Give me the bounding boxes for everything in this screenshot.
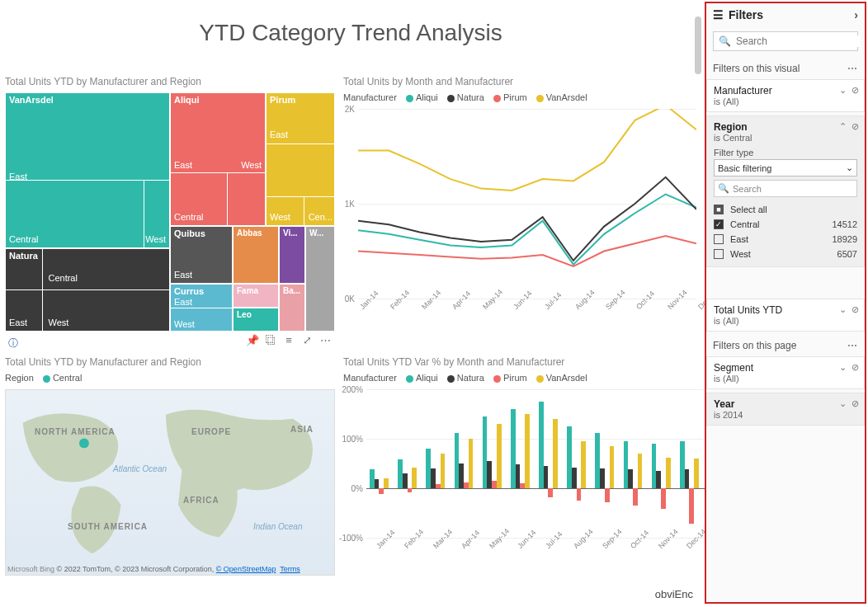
filter-card-region[interactable]: Region is Central ⌃⊘ Filter type Basic f… [706, 115, 865, 267]
copy-icon[interactable]: ⿻ [264, 333, 277, 346]
filters-header: ☰ Filters › [706, 3, 865, 26]
filter-card-manufacturer[interactable]: Manufacturer is (All) ⌄⊘ [706, 79, 865, 112]
focus-icon[interactable]: ⤢ [300, 333, 314, 346]
filter-card-segment[interactable]: Segment is (All) ⌄⊘ [706, 356, 865, 389]
line-chart-visual[interactable]: Total Units by Month and Manufacturer Ma… [343, 76, 700, 332]
tm-currus[interactable]: Currus East West [170, 284, 233, 332]
map-attribution: Microsoft Bing © 2022 TomTom, © 2023 Mic… [7, 565, 300, 573]
clear-filter-icon[interactable]: ⊘ [851, 85, 859, 96]
tm-leo[interactable]: Leo [233, 308, 279, 332]
section-more-icon[interactable]: ⋯ [847, 340, 858, 351]
treemap-plot[interactable]: VanArsdel East Central West Natura Centr… [5, 92, 335, 332]
filter-icon[interactable]: ≡ [282, 333, 295, 346]
bar-x-axis: Jan-14Feb-14Mar-14Apr-14May-14Jun-14Jul-… [366, 538, 705, 562]
more-icon[interactable]: ⋯ [318, 333, 332, 346]
clear-filter-icon[interactable]: ⊘ [851, 121, 859, 132]
collapse-pane-icon[interactable]: › [854, 8, 858, 21]
report-canvas: YTD Category Trend Analysis Total Units … [0, 0, 701, 607]
checkbox-icon[interactable]: ✓ [714, 219, 724, 229]
tm-vanarsdel[interactable]: VanArsdel East Central West [5, 92, 170, 248]
option-west[interactable]: West 6507 [714, 247, 857, 261]
map-visual[interactable]: Total Units YTD by Manufacturer and Regi… [5, 356, 335, 604]
filter-card-year[interactable]: Year is 2014 ⌄⊘ [706, 393, 865, 426]
checkbox-icon[interactable] [714, 234, 724, 244]
checkbox-icon[interactable]: ■ [714, 205, 724, 214]
bar-chart-visual[interactable]: Total Units YTD Var % by Month and Manuf… [343, 356, 700, 604]
chevron-down-icon: ⌄ [846, 162, 853, 173]
bar-legend: Manufacturer Aliqui Natura Pirum VanArsd… [343, 373, 700, 383]
option-east[interactable]: East 18929 [714, 232, 857, 247]
pin-icon[interactable]: 📌 [246, 333, 259, 346]
section-more-icon[interactable]: ⋯ [847, 63, 858, 74]
filter-card-total-units[interactable]: Total Units YTD is (All) ⌄⊘ [706, 299, 865, 332]
tm-w[interactable]: W... [305, 226, 335, 332]
clear-filter-icon[interactable]: ⊘ [851, 362, 859, 373]
tm-abbas[interactable]: Abbas [233, 226, 279, 284]
filters-search[interactable]: 🔍 [713, 31, 858, 51]
section-page-filters: Filters on this page⋯ [706, 333, 865, 355]
region-search[interactable]: 🔍 Search [714, 180, 857, 197]
region-options: ■ Select all ✓ Central 14512 East 18929 … [714, 202, 857, 261]
filters-icon: ☰ [713, 8, 724, 21]
map-plot[interactable]: NORTH AMERICA EUROPE ASIA AFRICA SOUTH A… [5, 389, 335, 576]
tm-quibus[interactable]: Quibus East [170, 226, 233, 284]
terms-link[interactable]: Terms [280, 565, 300, 573]
line-chart-title: Total Units by Month and Manufacturer [343, 76, 700, 87]
tm-natura[interactable]: Natura Central East West [5, 248, 170, 332]
section-visual-filters: Filters on this visual⋯ [706, 56, 865, 78]
line-x-axis: Jan-14Feb-14Mar-14Apr-14May-14Jun-14Jul-… [358, 299, 696, 323]
chevron-down-icon[interactable]: ⌄ [839, 85, 847, 96]
brand-label: obviEnc [655, 588, 693, 600]
clear-filter-icon[interactable]: ⊘ [851, 304, 859, 315]
treemap-title: Total Units YTD by Manufacturer and Regi… [5, 76, 335, 87]
bar-plot-area[interactable]: -100%0%100%200% [366, 389, 705, 538]
line-plot-area[interactable]: 0K1K2K [358, 109, 696, 299]
bar-chart-title: Total Units YTD Var % by Month and Manuf… [343, 356, 700, 368]
tm-aliqui[interactable]: Aliqui East West Central [170, 92, 266, 226]
line-legend: Manufacturer Aliqui Natura Pirum VanArsd… [343, 92, 700, 102]
checkbox-icon[interactable] [714, 249, 724, 259]
map-legend: Region Central [5, 373, 335, 383]
option-select-all[interactable]: ■ Select all [714, 202, 857, 217]
chevron-down-icon[interactable]: ⌄ [839, 398, 847, 409]
visual-toolbar: 📌 ⿻ ≡ ⤢ ⋯ [246, 333, 332, 346]
filter-type-select[interactable]: Basic filtering⌄ [714, 159, 857, 176]
filters-search-input[interactable] [736, 35, 860, 47]
clear-filter-icon[interactable]: ⊘ [851, 398, 859, 409]
info-icon[interactable]: ⓘ [8, 336, 18, 351]
chevron-down-icon[interactable]: ⌄ [839, 362, 847, 373]
tm-vi[interactable]: Vi... [279, 226, 305, 284]
canvas-scrollbar[interactable] [695, 16, 701, 74]
tm-ba[interactable]: Ba... [279, 284, 305, 332]
tm-pirum[interactable]: Pirum East West Cen... [266, 92, 335, 226]
option-central[interactable]: ✓ Central 14512 [714, 217, 857, 232]
filters-pane: ☰ Filters › 🔍 Filters on this visual⋯ Ma… [705, 2, 866, 604]
svg-point-0 [79, 438, 89, 448]
treemap-visual[interactable]: Total Units YTD by Manufacturer and Regi… [5, 76, 335, 332]
osm-link[interactable]: © OpenStreetMap [216, 565, 276, 573]
search-icon: 🔍 [719, 35, 731, 47]
chevron-down-icon[interactable]: ⌄ [839, 304, 847, 315]
tm-fama[interactable]: Fama [233, 284, 279, 308]
chevron-up-icon[interactable]: ⌃ [839, 121, 847, 132]
map-title: Total Units YTD by Manufacturer and Regi… [5, 356, 335, 368]
page-title: YTD Category Trend Analysis [3, 20, 698, 46]
search-icon: 🔍 [718, 183, 729, 194]
